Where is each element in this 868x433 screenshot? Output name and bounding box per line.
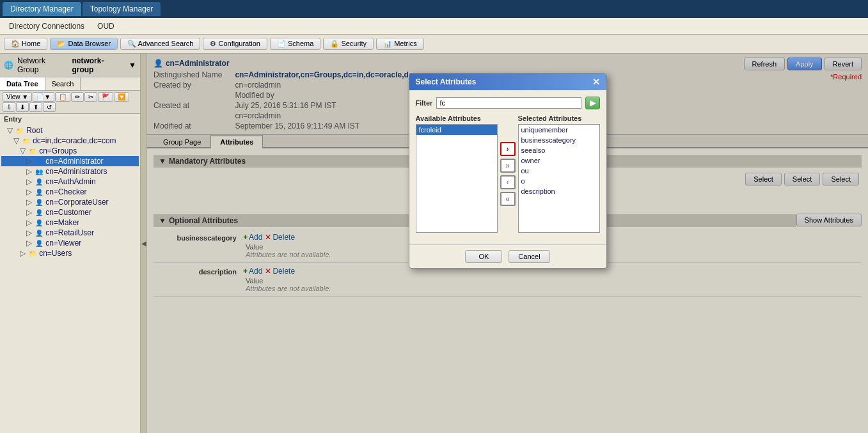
network-group-value[interactable]: network-group <box>72 56 125 74</box>
top-toolbar: 🏠 Home 📂 Data Browser 🔍 Advanced Search … <box>0 35 868 54</box>
selected-list: uniquemember businesscategory seealso ow… <box>518 124 600 233</box>
available-col: Available Attributes fcroleid <box>416 114 498 233</box>
data-tree-tab[interactable]: Data Tree <box>0 77 45 90</box>
sidebar: 🌐 Network Group network-group ▼ Data Tre… <box>0 54 141 433</box>
network-group-header: 🌐 Network Group network-group ▼ <box>0 54 140 77</box>
dialog-title: Select Attributes <box>416 77 477 86</box>
data-browser-button[interactable]: 📂 Data Browser <box>50 38 118 50</box>
tree-item-administrator[interactable]: ▷ 👤 cn=Administrator <box>1 156 139 166</box>
download-button[interactable]: ⬇ <box>16 102 29 112</box>
collapse-handle[interactable]: ◀ <box>141 54 147 433</box>
selected-item-seealso[interactable]: seealso <box>519 145 599 155</box>
dialog-overlay: Select Attributes ✕ Filter ▶ <box>147 54 868 433</box>
tree: ▽ 📁 Root ▽ 📁 dc=in,dc=oracle,dc=com ▽ 📁 … <box>0 124 140 433</box>
tree-item-retailuser[interactable]: ▷ 👤 cn=RetailUser <box>1 228 139 238</box>
main-layout: 🌐 Network Group network-group ▼ Data Tre… <box>0 54 868 433</box>
available-header: Available Attributes <box>416 114 498 122</box>
selected-item-uniquemember[interactable]: uniquemember <box>519 125 599 135</box>
tree-item-maker[interactable]: ▷ 👤 cn=Maker <box>1 217 139 228</box>
selected-header: Selected Attributes <box>518 114 600 122</box>
metrics-button[interactable]: 📊 Metrics <box>376 38 424 50</box>
sidebar-tabs: Data Tree Search <box>0 77 140 91</box>
advanced-search-button[interactable]: 🔍 Advanced Search <box>120 38 200 50</box>
home-button[interactable]: 🏠 Home <box>4 38 47 50</box>
filter-label: Filter <box>416 99 433 107</box>
tree-root[interactable]: ▽ 📁 Root <box>1 125 139 136</box>
move-left-all-button[interactable]: « <box>500 192 516 206</box>
menu-directory-connections[interactable]: Directory Connections <box>3 20 91 33</box>
tree-item-viewer[interactable]: ▷ 👤 cn=Viewer <box>1 238 139 248</box>
ok-button[interactable]: OK <box>465 250 502 263</box>
content-area: 👤 cn=Administrator Distinguished Name cn… <box>147 54 868 433</box>
tab-directory-manager[interactable]: Directory Manager <box>3 2 81 16</box>
edit-button[interactable]: ✏ <box>71 92 84 102</box>
network-group-label: Network Group <box>17 56 68 74</box>
tree-item-corporateuser[interactable]: ▷ 👤 cn=CorporateUser <box>1 197 139 207</box>
available-list: fcroleid <box>416 124 498 233</box>
network-group-dropdown-icon[interactable]: ▼ <box>129 61 136 70</box>
select-attributes-dialog: Select Attributes ✕ Filter ▶ <box>409 73 607 269</box>
refresh-tree-button[interactable]: ↺ <box>43 102 56 112</box>
dialog-close-button[interactable]: ✕ <box>592 77 600 86</box>
filter-row: Filter ▶ <box>416 97 600 109</box>
filter2-button[interactable]: ⇩ <box>3 102 15 112</box>
tree-item-administrators[interactable]: ▷ 👥 cn=Administrators <box>1 166 139 177</box>
delete-button[interactable]: ✂ <box>84 92 97 102</box>
filter-input[interactable] <box>436 97 581 109</box>
selected-item-o[interactable]: o <box>519 176 599 186</box>
flag-button[interactable]: 🚩 <box>98 92 113 102</box>
schema-button[interactable]: 📄 Schema <box>270 38 320 50</box>
move-right-single-button[interactable]: › <box>500 142 516 156</box>
dialog-body: Filter ▶ Available Attributes fcroleid <box>409 90 606 244</box>
tree-item-checker[interactable]: ▷ 👤 cn=Checker <box>1 187 139 197</box>
security-button[interactable]: 🔒 Security <box>323 38 374 50</box>
available-item-fcroleid[interactable]: fcroleid <box>416 125 497 135</box>
sidebar-toolbar: View ▼ 📄▼ 📋 ✏ ✂ 🚩 🔽 ⇩ ⬇ ⬆ ↺ <box>0 91 140 114</box>
move-right-all-button[interactable]: » <box>500 159 516 173</box>
selected-item-businesscategory[interactable]: businesscategory <box>519 135 599 145</box>
tree-item-dc[interactable]: ▽ 📁 dc=in,dc=oracle,dc=com <box>1 136 139 146</box>
cancel-button[interactable]: Cancel <box>509 250 549 263</box>
move-left-single-button[interactable]: ‹ <box>500 175 516 189</box>
tree-item-users[interactable]: ▷ 📁 cn=Users <box>1 248 139 258</box>
tree-item-customer[interactable]: ▷ 👤 cn=Customer <box>1 207 139 217</box>
menu-bar: Directory Connections OUD <box>0 18 868 35</box>
copy-button[interactable]: 📋 <box>55 92 70 102</box>
selected-item-description[interactable]: description <box>519 186 599 196</box>
selected-item-ou[interactable]: ou <box>519 166 599 176</box>
dialog-columns: Available Attributes fcroleid › » ‹ « <box>416 114 600 233</box>
search-tab[interactable]: Search <box>45 77 81 90</box>
configuration-button[interactable]: ⚙ Configuration <box>203 38 267 50</box>
tree-item-groups[interactable]: ▽ 📁 cn=Groups <box>1 146 139 156</box>
view-button[interactable]: View ▼ <box>3 92 32 102</box>
tab-topology-manager[interactable]: Topology Manager <box>83 2 161 16</box>
menu-oud[interactable]: OUD <box>91 20 121 33</box>
selected-col: Selected Attributes uniquemember busines… <box>518 114 600 233</box>
filter-search-button[interactable]: ▶ <box>585 97 600 109</box>
filter-button[interactable]: 🔽 <box>114 92 129 102</box>
dialog-title-bar: Select Attributes ✕ <box>409 74 606 90</box>
dialog-footer: OK Cancel <box>409 244 606 268</box>
entry-label: Entry <box>0 114 140 124</box>
upload-button[interactable]: ⬆ <box>29 102 42 112</box>
tree-item-authadmin[interactable]: ▷ 👤 cn=AuthAdmin <box>1 177 139 187</box>
dialog-mid-buttons: › » ‹ « <box>500 114 516 233</box>
title-bar: Directory Manager Topology Manager <box>0 0 868 18</box>
new-button[interactable]: 📄▼ <box>33 92 54 102</box>
network-icon: 🌐 <box>4 61 13 70</box>
selected-item-owner[interactable]: owner <box>519 155 599 166</box>
